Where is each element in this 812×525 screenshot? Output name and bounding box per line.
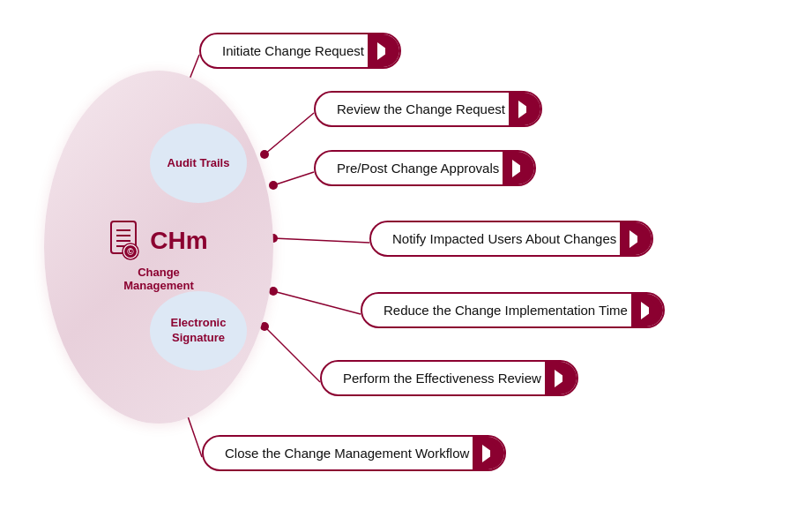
- pill-label-4: Notify Impacted Users About Changes: [392, 231, 616, 246]
- electronic-sig-label: Electronic Signature: [150, 316, 247, 346]
- chm-icon-group: © CHm: [109, 220, 207, 262]
- pill-label-6: Perform the Effectiveness Review: [343, 371, 541, 386]
- pill-prepost-approvals: Pre/Post Change Approvals: [314, 150, 536, 186]
- main-container: Audit Trails © CHm Change Manag: [0, 0, 812, 525]
- svg-line-8: [273, 291, 361, 314]
- svg-marker-28: [482, 445, 495, 462]
- pill-label-5: Reduce the Change Implementation Time: [384, 303, 628, 318]
- arrow-icon-1: [377, 42, 390, 60]
- pill-label-3: Pre/Post Change Approvals: [337, 161, 499, 176]
- svg-point-9: [269, 287, 278, 296]
- svg-marker-22: [377, 42, 390, 60]
- svg-marker-26: [641, 302, 653, 319]
- arrow-icon-5: [641, 302, 653, 319]
- pill-initiate-change-request: Initiate Change Request: [199, 33, 401, 69]
- arrow-icon-7: [482, 445, 495, 462]
- svg-marker-23: [518, 101, 531, 118]
- audit-trails-label: Audit Trails: [168, 156, 230, 171]
- central-oval: Audit Trails © CHm Change Manag: [44, 71, 273, 424]
- arrow-icon-6: [555, 370, 567, 387]
- svg-marker-25: [629, 230, 642, 248]
- audit-trails-bubble: Audit Trails: [150, 124, 247, 203]
- svg-line-4: [273, 172, 314, 185]
- svg-marker-24: [512, 160, 525, 177]
- document-icon: ©: [109, 220, 145, 262]
- chm-title: CHm: [150, 229, 207, 253]
- pill-notify-users: Notify Impacted Users About Changes: [369, 221, 653, 257]
- arrow-icon-4: [629, 230, 642, 248]
- svg-line-10: [264, 326, 320, 382]
- pill-review-change-request: Review the Change Request: [314, 91, 542, 127]
- svg-text:©: ©: [128, 247, 135, 257]
- pill-label-7: Close the Change Management Workflow: [225, 446, 469, 461]
- svg-line-6: [273, 238, 369, 243]
- svg-line-2: [264, 113, 314, 154]
- svg-point-3: [260, 150, 269, 159]
- pill-label-2: Review the Change Request: [337, 101, 505, 116]
- electronic-signature-bubble: Electronic Signature: [150, 291, 247, 371]
- chm-subtitle: Change Management: [123, 266, 193, 292]
- pill-label-1: Initiate Change Request: [222, 43, 364, 58]
- pill-effectiveness-review: Perform the Effectiveness Review: [320, 360, 578, 396]
- svg-marker-27: [555, 370, 567, 387]
- arrow-icon-3: [512, 160, 525, 177]
- svg-point-5: [269, 181, 278, 190]
- chm-center: © CHm Change Management: [109, 220, 207, 292]
- pill-close-workflow: Close the Change Management Workflow: [202, 435, 506, 471]
- arrow-icon-2: [518, 101, 531, 118]
- pill-reduce-implementation-time: Reduce the Change Implementation Time: [361, 292, 665, 328]
